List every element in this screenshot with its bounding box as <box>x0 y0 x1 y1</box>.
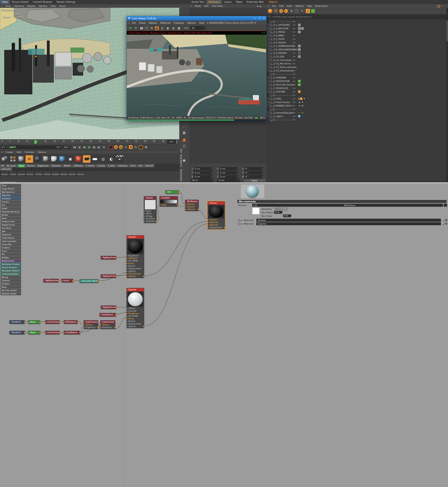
expand-toggle[interactable]: + <box>267 27 270 30</box>
object-separator-row[interactable]: ----------------------- <box>267 20 446 23</box>
object-row-10-gas[interactable]: +10_GAS <box>267 55 446 58</box>
next-key-button[interactable]: |▶ <box>92 145 96 149</box>
object-row-14-urbanizacion[interactable]: +14_Urbanizacion <box>267 69 446 72</box>
output-socket-icon[interactable] <box>24 321 25 323</box>
visibility-dots-icon[interactable] <box>293 91 295 92</box>
material1-icons[interactable] <box>442 219 447 221</box>
visibility-dots-icon[interactable] <box>293 112 295 113</box>
shader-light-icon[interactable] <box>50 155 58 163</box>
expand-toggle[interactable]: + <box>267 59 270 61</box>
material-sphere-icon[interactable] <box>17 155 25 163</box>
random-color[interactable]: Random Color <box>0 220 21 223</box>
object-row-9-puerto[interactable]: +9_PUERTO <box>267 51 446 55</box>
port-offset[interactable]: Offset <box>144 212 156 215</box>
live-viewer-titlebar[interactable]: Live Viewer 3.04-R1 — □ ✕ <box>127 16 266 21</box>
node-colorcorrect[interactable]: ▾ColorCorrect <box>45 320 60 324</box>
mesh-tag-icon[interactable] <box>298 48 301 51</box>
material2-field[interactable]: Espuma <box>256 222 441 225</box>
collapse-all-icon[interactable]: − <box>284 9 288 13</box>
expand-toggle[interactable]: + <box>267 52 270 54</box>
expand-toggle[interactable]: + <box>267 45 270 47</box>
play-button[interactable]: ▶ <box>87 145 91 149</box>
input-socket-icon[interactable] <box>61 280 63 282</box>
node-header[interactable]: ▾Oceano <box>208 202 225 205</box>
live-update-icon[interactable]: ♻ <box>128 26 133 31</box>
material2-reset-icon[interactable]: ⟲ <box>238 222 241 226</box>
output-socket-icon[interactable] <box>72 280 74 282</box>
shader-gray-icon[interactable] <box>42 155 49 163</box>
port-amount[interactable]: Amount <box>208 219 225 221</box>
object-row-3-presa[interactable]: +3_PRESA <box>267 30 446 34</box>
node-oceano[interactable]: ▾OceanoRoughnessReflectionFilm WidthBump… <box>127 235 144 278</box>
camera-icon[interactable]: ▣ <box>177 26 181 31</box>
object-separator-row[interactable]: ----------------------- <box>267 108 446 111</box>
node-header[interactable]: ▾Invert <box>62 279 73 282</box>
object-row-light-1[interactable]: +Light 1 <box>267 115 446 118</box>
float[interactable]: Float <box>0 184 21 187</box>
ridged-fractal[interactable]: Ridged Fractal <box>0 223 21 226</box>
expand-toggle[interactable]: + <box>267 41 270 44</box>
object-separator-row[interactable]: ----------------------- <box>267 72 446 76</box>
port-opacity[interactable]: Opacity <box>127 325 144 328</box>
shader-dark-icon[interactable] <box>34 155 41 163</box>
goto-end-button[interactable]: ▶| <box>97 145 101 149</box>
visibility-dots-icon[interactable] <box>293 53 295 54</box>
output-socket-icon[interactable] <box>58 280 59 282</box>
color-correction[interactable]: Color Correction <box>0 240 21 243</box>
expand-toggle[interactable]: + <box>267 38 270 40</box>
edit-icon[interactable]: ✎ <box>300 9 304 13</box>
output-socket-icon[interactable] <box>178 191 180 193</box>
visibility-dots-icon[interactable] <box>293 88 295 89</box>
node-header[interactable]: ▾ColorCorrect <box>101 321 115 323</box>
output-socket-icon[interactable] <box>97 326 99 328</box>
material-thumbnail[interactable]: Embalse <box>59 171 67 181</box>
expand-toggle[interactable]: + <box>267 66 270 68</box>
amount-source-field[interactable]: MixTexture <box>256 204 443 207</box>
port-transform[interactable]: Transform <box>144 218 156 220</box>
more-button[interactable]: ... <box>444 204 447 207</box>
visibility-dots-icon[interactable] <box>293 81 295 82</box>
dirt[interactable]: Dirt <box>137 164 144 167</box>
cosine-mix[interactable]: Cosine Mix <box>0 243 21 246</box>
node-noise[interactable]: ▾Noise <box>28 331 40 334</box>
visibility-dots-icon[interactable] <box>293 95 295 96</box>
node-colorcorrect[interactable]: ▾ColorCorrectTextureBrightness <box>84 320 98 329</box>
port-bump[interactable]: Bump <box>127 262 144 265</box>
port-displacement[interactable]: Displacement <box>208 226 225 229</box>
add-material-icon[interactable] <box>268 9 272 13</box>
visibility-dots-icon[interactable] <box>293 63 295 64</box>
expand-toggle[interactable]: + <box>267 97 270 100</box>
node-header[interactable]: ▾ColorCorrect <box>84 321 98 323</box>
port-brightness[interactable]: Brightness <box>101 326 115 329</box>
material-thumbnail[interactable]: Oceano <box>0 171 8 181</box>
visibility-dots-icon[interactable] <box>293 31 295 32</box>
visibility-dots-icon[interactable] <box>293 116 295 117</box>
output-socket-icon[interactable] <box>77 321 79 323</box>
dot-tag-icon[interactable] <box>298 98 299 100</box>
object-row-octanedaylight[interactable]: +OctaneDayLight✓☀ <box>267 111 446 115</box>
visibility-dots-icon[interactable] <box>293 105 295 106</box>
material-thumbnail[interactable]: Embalse <box>51 171 59 181</box>
port-opacity[interactable]: Opacity <box>127 270 144 273</box>
current-frame-field[interactable]: 18 F <box>167 140 176 144</box>
scale-key-icon[interactable]: ▣ <box>129 145 133 149</box>
object-row-5-silos[interactable]: +5_SILOS <box>267 37 446 41</box>
maximize-icon[interactable]: □ <box>258 17 261 20</box>
output-socket-icon[interactable] <box>155 220 157 222</box>
vegetacion[interactable]: Vegetacion <box>36 164 50 167</box>
mesh-tag-icon[interactable] <box>298 31 301 33</box>
object-row-13-techo-camiones[interactable]: +13_Techo camiones <box>267 65 446 69</box>
autokey-button[interactable]: ◉ <box>114 145 118 149</box>
output-socket-icon[interactable] <box>114 326 116 328</box>
visibility-dots-icon[interactable] <box>293 77 295 78</box>
node-turbule[interactable]: ▾TurbulePowerOffsetOmegaTransformProject… <box>144 196 157 223</box>
material-thumbnail[interactable]: 2.Embal <box>43 171 50 181</box>
output-socket-icon[interactable] <box>115 306 117 308</box>
drag-grip-icon[interactable]: ≡ <box>0 5 4 7</box>
object-search-bar[interactable]: ✕ <<Enter your search string here>> <box>267 15 448 19</box>
expand-toggle[interactable]: + <box>267 87 270 89</box>
5-silos[interactable]: 5_Silos <box>107 164 116 167</box>
agua[interactable]: Agua <box>17 164 25 167</box>
turbulence[interactable]: Turbulence <box>0 233 21 236</box>
output-socket-icon[interactable] <box>115 314 117 316</box>
